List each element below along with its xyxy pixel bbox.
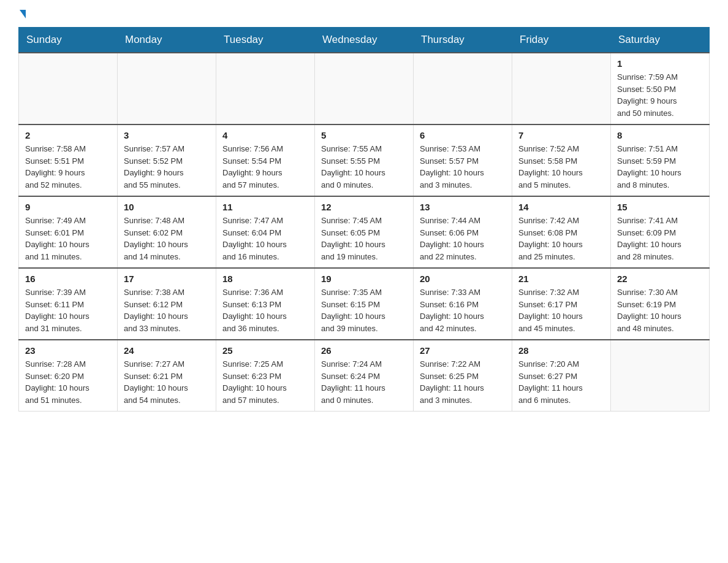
calendar-cell: 20Sunrise: 7:33 AM Sunset: 6:16 PM Dayli…: [414, 268, 512, 340]
calendar-cell: 12Sunrise: 7:45 AM Sunset: 6:05 PM Dayli…: [315, 196, 414, 268]
day-number: 10: [124, 202, 210, 212]
day-info: Sunrise: 7:56 AM Sunset: 5:54 PM Dayligh…: [222, 143, 308, 191]
calendar-cell: 5Sunrise: 7:55 AM Sunset: 5:55 PM Daylig…: [315, 124, 414, 196]
day-number: 5: [321, 130, 407, 140]
day-info: Sunrise: 7:52 AM Sunset: 5:58 PM Dayligh…: [518, 143, 604, 191]
calendar-cell: 8Sunrise: 7:51 AM Sunset: 5:59 PM Daylig…: [611, 124, 710, 196]
day-number: 21: [518, 274, 604, 284]
day-number: 6: [420, 130, 506, 140]
day-info: Sunrise: 7:30 AM Sunset: 6:19 PM Dayligh…: [617, 286, 703, 334]
day-number: 26: [321, 345, 407, 356]
day-number: 12: [321, 202, 407, 212]
header-thursday: Thursday: [414, 28, 512, 53]
calendar-cell: [611, 340, 710, 412]
day-number: 8: [617, 130, 703, 140]
day-info: Sunrise: 7:58 AM Sunset: 5:51 PM Dayligh…: [25, 143, 111, 191]
calendar-week-1: 1Sunrise: 7:59 AM Sunset: 5:50 PM Daylig…: [19, 53, 710, 124]
calendar-cell: 11Sunrise: 7:47 AM Sunset: 6:04 PM Dayli…: [216, 196, 315, 268]
header-saturday: Saturday: [611, 28, 710, 53]
calendar-table: SundayMondayTuesdayWednesdayThursdayFrid…: [18, 27, 710, 412]
day-number: 11: [222, 202, 308, 212]
day-info: Sunrise: 7:35 AM Sunset: 6:15 PM Dayligh…: [321, 286, 407, 334]
calendar-week-2: 2Sunrise: 7:58 AM Sunset: 5:51 PM Daylig…: [19, 124, 710, 196]
day-info: Sunrise: 7:25 AM Sunset: 6:23 PM Dayligh…: [222, 358, 308, 406]
calendar-cell: 19Sunrise: 7:35 AM Sunset: 6:15 PM Dayli…: [315, 268, 414, 340]
calendar-cell: 15Sunrise: 7:41 AM Sunset: 6:09 PM Dayli…: [611, 196, 710, 268]
page-header: [18, 12, 710, 21]
calendar-cell: 9Sunrise: 7:49 AM Sunset: 6:01 PM Daylig…: [19, 196, 118, 268]
day-info: Sunrise: 7:27 AM Sunset: 6:21 PM Dayligh…: [124, 358, 210, 406]
day-number: 24: [124, 345, 210, 356]
calendar-cell: [118, 53, 216, 124]
logo: [18, 12, 26, 21]
day-number: 15: [617, 202, 703, 212]
calendar-cell: 25Sunrise: 7:25 AM Sunset: 6:23 PM Dayli…: [216, 340, 315, 412]
day-number: 13: [420, 202, 506, 212]
calendar-cell: 17Sunrise: 7:38 AM Sunset: 6:12 PM Dayli…: [118, 268, 216, 340]
day-info: Sunrise: 7:33 AM Sunset: 6:16 PM Dayligh…: [420, 286, 506, 334]
header-wednesday: Wednesday: [315, 28, 414, 53]
calendar-cell: 6Sunrise: 7:53 AM Sunset: 5:57 PM Daylig…: [414, 124, 512, 196]
calendar-header: SundayMondayTuesdayWednesdayThursdayFrid…: [19, 28, 710, 53]
day-info: Sunrise: 7:53 AM Sunset: 5:57 PM Dayligh…: [420, 143, 506, 191]
day-info: Sunrise: 7:39 AM Sunset: 6:11 PM Dayligh…: [25, 286, 111, 334]
day-number: 3: [124, 130, 210, 140]
day-number: 18: [222, 274, 308, 284]
day-info: Sunrise: 7:41 AM Sunset: 6:09 PM Dayligh…: [617, 215, 703, 262]
day-info: Sunrise: 7:55 AM Sunset: 5:55 PM Dayligh…: [321, 143, 407, 191]
day-number: 1: [617, 58, 703, 69]
day-number: 23: [25, 345, 111, 356]
calendar-cell: 2Sunrise: 7:58 AM Sunset: 5:51 PM Daylig…: [19, 124, 118, 196]
calendar-cell: [512, 53, 611, 124]
day-info: Sunrise: 7:44 AM Sunset: 6:06 PM Dayligh…: [420, 215, 506, 262]
header-row: SundayMondayTuesdayWednesdayThursdayFrid…: [19, 28, 710, 53]
day-number: 27: [420, 345, 506, 356]
day-number: 17: [124, 274, 210, 284]
calendar-week-5: 23Sunrise: 7:28 AM Sunset: 6:20 PM Dayli…: [19, 340, 710, 412]
day-number: 22: [617, 274, 703, 284]
header-tuesday: Tuesday: [216, 28, 315, 53]
day-number: 16: [25, 274, 111, 284]
calendar-cell: [19, 53, 118, 124]
day-info: Sunrise: 7:49 AM Sunset: 6:01 PM Dayligh…: [25, 215, 111, 262]
day-info: Sunrise: 7:38 AM Sunset: 6:12 PM Dayligh…: [124, 286, 210, 334]
day-info: Sunrise: 7:20 AM Sunset: 6:27 PM Dayligh…: [518, 358, 604, 406]
day-info: Sunrise: 7:48 AM Sunset: 6:02 PM Dayligh…: [124, 215, 210, 262]
calendar-cell: 28Sunrise: 7:20 AM Sunset: 6:27 PM Dayli…: [512, 340, 611, 412]
day-number: 28: [518, 345, 604, 356]
calendar-body: 1Sunrise: 7:59 AM Sunset: 5:50 PM Daylig…: [19, 53, 710, 412]
day-number: 14: [518, 202, 604, 212]
day-number: 19: [321, 274, 407, 284]
calendar-cell: 26Sunrise: 7:24 AM Sunset: 6:24 PM Dayli…: [315, 340, 414, 412]
calendar-cell: 23Sunrise: 7:28 AM Sunset: 6:20 PM Dayli…: [19, 340, 118, 412]
calendar-cell: 22Sunrise: 7:30 AM Sunset: 6:19 PM Dayli…: [611, 268, 710, 340]
calendar-cell: 27Sunrise: 7:22 AM Sunset: 6:25 PM Dayli…: [414, 340, 512, 412]
calendar-cell: [216, 53, 315, 124]
day-info: Sunrise: 7:47 AM Sunset: 6:04 PM Dayligh…: [222, 215, 308, 262]
calendar-cell: 10Sunrise: 7:48 AM Sunset: 6:02 PM Dayli…: [118, 196, 216, 268]
day-info: Sunrise: 7:32 AM Sunset: 6:17 PM Dayligh…: [518, 286, 604, 334]
calendar-cell: 24Sunrise: 7:27 AM Sunset: 6:21 PM Dayli…: [118, 340, 216, 412]
calendar-cell: 3Sunrise: 7:57 AM Sunset: 5:52 PM Daylig…: [118, 124, 216, 196]
day-number: 20: [420, 274, 506, 284]
calendar-cell: [315, 53, 414, 124]
calendar-cell: 14Sunrise: 7:42 AM Sunset: 6:08 PM Dayli…: [512, 196, 611, 268]
day-number: 9: [25, 202, 111, 212]
day-number: 7: [518, 130, 604, 140]
day-info: Sunrise: 7:22 AM Sunset: 6:25 PM Dayligh…: [420, 358, 506, 406]
day-number: 4: [222, 130, 308, 140]
day-info: Sunrise: 7:57 AM Sunset: 5:52 PM Dayligh…: [124, 143, 210, 191]
calendar-cell: 4Sunrise: 7:56 AM Sunset: 5:54 PM Daylig…: [216, 124, 315, 196]
calendar-cell: 21Sunrise: 7:32 AM Sunset: 6:17 PM Dayli…: [512, 268, 611, 340]
day-info: Sunrise: 7:24 AM Sunset: 6:24 PM Dayligh…: [321, 358, 407, 406]
day-info: Sunrise: 7:45 AM Sunset: 6:05 PM Dayligh…: [321, 215, 407, 262]
day-number: 2: [25, 130, 111, 140]
day-number: 25: [222, 345, 308, 356]
header-friday: Friday: [512, 28, 611, 53]
calendar-cell: 7Sunrise: 7:52 AM Sunset: 5:58 PM Daylig…: [512, 124, 611, 196]
logo-arrow-icon: [20, 10, 26, 18]
calendar-cell: 1Sunrise: 7:59 AM Sunset: 5:50 PM Daylig…: [611, 53, 710, 124]
day-info: Sunrise: 7:36 AM Sunset: 6:13 PM Dayligh…: [222, 286, 308, 334]
header-sunday: Sunday: [19, 28, 118, 53]
calendar-week-4: 16Sunrise: 7:39 AM Sunset: 6:11 PM Dayli…: [19, 268, 710, 340]
